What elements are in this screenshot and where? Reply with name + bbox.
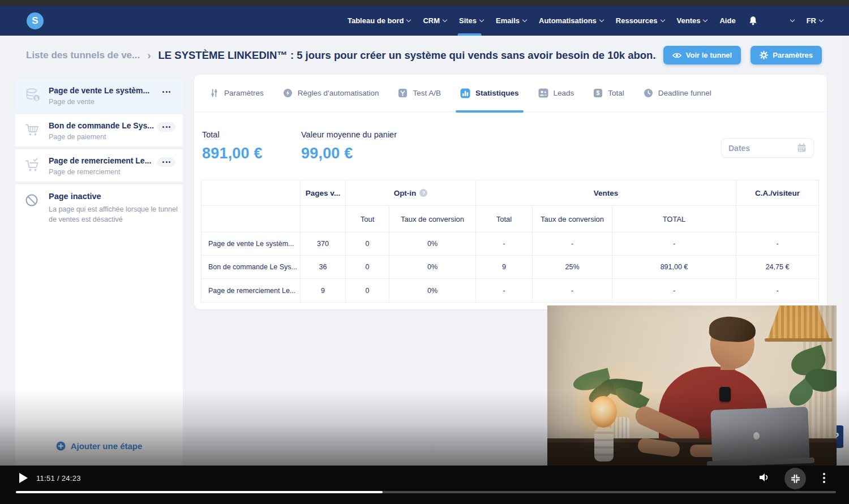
table-corner-cell: [201, 180, 301, 206]
sidebar-step-order-form[interactable]: Bon de commande Le Sys... Page de paieme…: [15, 114, 183, 149]
step-subtitle: Page de paiement: [49, 133, 154, 141]
step-text: Page de vente Le systèm... Page de vente: [49, 86, 149, 106]
view-funnel-button[interactable]: Voir le tunnel: [663, 46, 741, 64]
step-options-button[interactable]: [157, 157, 175, 167]
sidebar-step-thank-you[interactable]: Page de remerciement Le... Page de remer…: [15, 149, 183, 184]
nav-item-crm[interactable]: CRM: [423, 6, 447, 36]
inactive-text: Page inactive La page qui est affichée l…: [49, 192, 180, 225]
top-navbar: S Tableau de bord CRM Sites Emails Autom…: [0, 6, 849, 36]
subheader-grand-total: TOTAL: [612, 206, 736, 232]
add-step-button[interactable]: Ajouter une étape: [15, 441, 183, 451]
stat-average-cart-label: Valeur moyenne du panier: [301, 130, 397, 139]
play-button[interactable]: [19, 473, 28, 483]
settings-button[interactable]: Paramètres: [751, 46, 822, 64]
nav-item-label: Ressources: [616, 16, 658, 25]
tab-label: Paramètres: [224, 89, 264, 97]
step-subtitle: Page de vente: [49, 98, 149, 106]
nav-item-ventes[interactable]: Ventes: [677, 6, 707, 36]
sidebar-step-sales-page[interactable]: $ Page de vente Le systèm... Page de ven…: [15, 79, 183, 114]
nav-item-aide[interactable]: Aide: [719, 6, 735, 36]
video-progress-bar[interactable]: [16, 491, 836, 493]
chevron-down-icon: [660, 17, 664, 21]
compress-icon: [791, 474, 800, 484]
page-header: Liste des tunnels de ve... › LE SYSTÈME …: [0, 36, 849, 75]
sliders-icon: [209, 88, 219, 98]
step-text: Bon de commande Le Sys... Page de paieme…: [49, 121, 154, 141]
app-screen: S Tableau de bord CRM Sites Emails Autom…: [0, 6, 849, 466]
nav-item-label: Emails: [496, 16, 520, 25]
app-logo[interactable]: S: [27, 12, 44, 29]
col-header-ca-visiteur: C.A./visiteur: [736, 180, 818, 206]
cell-ca-visiteur: 24,75 €: [736, 256, 818, 279]
breadcrumb-parent[interactable]: Liste des tunnels de ve...: [26, 50, 140, 61]
language-label: FR: [807, 16, 816, 25]
subheader-empty: [201, 206, 301, 232]
info-icon[interactable]: ?: [419, 189, 427, 197]
tab-total[interactable]: $ Total: [593, 75, 624, 112]
nav-item-label: Tableau de bord: [348, 16, 404, 25]
tab-test-ab[interactable]: Test A/B: [398, 75, 441, 112]
player-menu-button[interactable]: [823, 473, 825, 483]
inactive-title: Page inactive: [49, 192, 180, 201]
chevron-down-icon: [703, 17, 707, 21]
stat-total: Total 891,00 €: [202, 130, 263, 162]
notifications-bell[interactable]: [748, 6, 758, 36]
video-player-controls: 11:51 / 24:23: [0, 466, 849, 504]
page-scrollbar[interactable]: [843, 36, 849, 466]
ban-icon: [24, 192, 41, 225]
nav-item-label: Aide: [719, 16, 735, 25]
tab-leads[interactable]: Leads: [538, 75, 574, 112]
header-actions: Voir le tunnel Paramètres: [663, 46, 822, 64]
tab-statistiques[interactable]: Statistiques: [460, 75, 519, 112]
app-logo-letter: S: [32, 15, 38, 27]
step-options-button[interactable]: [157, 87, 175, 97]
dollar-icon: $: [593, 88, 603, 98]
stat-total-value: 891,00 €: [202, 145, 263, 162]
subheader-taux-conversion-ventes: Taux de conversion: [533, 206, 612, 232]
tab-label: Leads: [554, 89, 574, 97]
nav-item-sites[interactable]: Sites: [459, 6, 483, 36]
step-title: Page de vente Le systèm...: [49, 86, 149, 95]
stat-total-label: Total: [202, 130, 263, 139]
user-menu[interactable]: [770, 6, 794, 36]
cell-ventes-total: 9: [476, 256, 533, 279]
col-header-pages-vues: Pages v...: [301, 180, 346, 206]
col-group-ventes: Ventes: [476, 180, 736, 206]
nav-item-tableau-de-bord[interactable]: Tableau de bord: [348, 6, 410, 36]
add-step-label: Ajouter une étape: [71, 441, 143, 451]
sidebar-inactive-page[interactable]: Page inactive La page qui est affichée l…: [15, 184, 183, 230]
nav-item-emails[interactable]: Emails: [496, 6, 526, 36]
tab-regles-automatisation[interactable]: Règles d'automatisation: [283, 75, 379, 112]
stat-average-cart-value: 99,00 €: [301, 145, 397, 162]
volume-button[interactable]: [758, 472, 771, 485]
subheader-empty: [301, 206, 346, 232]
col-group-optin-label: Opt-in: [394, 189, 417, 197]
chevron-down-icon: [790, 17, 794, 21]
tab-label: Statistiques: [475, 89, 519, 97]
cell-pages-vues: 9: [301, 279, 346, 302]
chevron-down-icon: [599, 17, 604, 21]
speaker-icon: [758, 472, 771, 483]
exit-fullscreen-button[interactable]: [784, 468, 806, 489]
row-thank-you-name: Page de remerciement Le...: [201, 279, 301, 302]
cart-icon: [24, 121, 41, 141]
cell-optin-taux: 0%: [389, 256, 476, 279]
subheader-taux-conversion-optin: Taux de conversion: [389, 206, 476, 232]
cell-ventes-total: -: [476, 279, 533, 302]
tab-parametres[interactable]: Paramètres: [209, 75, 264, 112]
step-text: Page de remerciement Le... Page de remer…: [49, 156, 151, 176]
bell-icon: [748, 16, 758, 26]
tab-deadline-funnel[interactable]: Deadline funnel: [644, 75, 711, 112]
gear-icon: [760, 51, 768, 59]
progress-played: [16, 491, 383, 493]
tab-label: Test A/B: [413, 89, 441, 97]
language-selector[interactable]: FR: [807, 6, 823, 36]
nav-item-automatisations[interactable]: Automatisations: [539, 6, 603, 36]
video-player-frame: S Tableau de bord CRM Sites Emails Autom…: [0, 0, 849, 504]
cell-optin-tout: 0: [346, 256, 389, 279]
nav-item-ressources[interactable]: Ressources: [616, 6, 664, 36]
cell-ventes-total: -: [476, 232, 533, 256]
dates-filter-input[interactable]: Dates: [721, 138, 814, 158]
cell-pages-vues: 370: [301, 232, 346, 256]
step-options-button[interactable]: [157, 122, 175, 132]
